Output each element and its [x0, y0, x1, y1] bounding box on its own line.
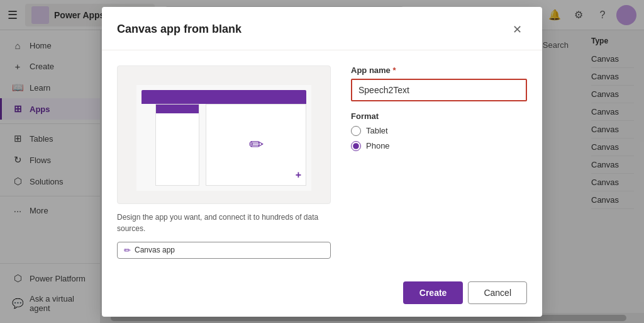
modal-close-button[interactable]: ✕ — [507, 20, 527, 40]
modal-overlay: Canvas app from blank ✕ ✏ + — [0, 0, 644, 323]
modal-title: Canvas app from blank — [117, 23, 242, 36]
canvas-app-link[interactable]: ✏ Canvas app — [117, 242, 331, 259]
modal-footer: Create Cancel — [102, 274, 542, 317]
canvas-app-link-label: Canvas app — [135, 246, 175, 254]
app-name-label: App name * — [351, 65, 527, 75]
app-name-group: App name * — [351, 65, 527, 101]
modal-body: ✏ + Design the app you want, and connect… — [102, 50, 542, 274]
illus-left-header — [156, 105, 199, 113]
format-group: Format Tablet Phone — [351, 111, 527, 151]
modal-header: Canvas app from blank ✕ — [102, 7, 542, 50]
illus-top-bar — [142, 90, 306, 104]
phone-radio[interactable] — [351, 141, 361, 151]
phone-label: Phone — [366, 141, 390, 150]
format-label: Format — [351, 111, 527, 121]
tablet-label: Tablet — [366, 126, 388, 135]
phone-radio-option[interactable]: Phone — [351, 141, 527, 151]
app-name-input[interactable] — [351, 79, 527, 101]
modal-form: App name * Format Tablet Phone — [351, 65, 527, 259]
required-indicator: * — [392, 65, 396, 75]
canvas-app-modal: Canvas app from blank ✕ ✏ + — [102, 7, 542, 317]
illus-panel-left — [155, 104, 199, 186]
create-button[interactable]: Create — [403, 281, 464, 304]
illustration-description: Design the app you want, and connect it … — [117, 212, 331, 234]
canvas-link-icon: ✏ — [124, 246, 131, 255]
illus-main-panel: ✏ — [206, 104, 306, 186]
modal-illustration-panel: ✏ + Design the app you want, and connect… — [117, 65, 331, 259]
tablet-radio[interactable] — [351, 126, 361, 136]
plus-icon: + — [296, 169, 301, 181]
cancel-button[interactable]: Cancel — [468, 281, 527, 304]
tablet-radio-option[interactable]: Tablet — [351, 126, 527, 136]
illustration-image: ✏ + — [117, 65, 331, 204]
pencil-icon: ✏ — [249, 134, 264, 155]
